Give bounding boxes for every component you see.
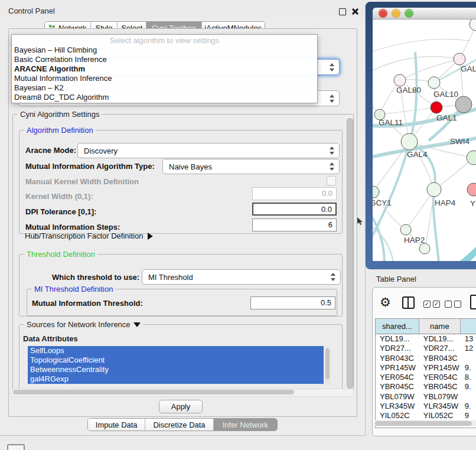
- algorithm-popup-list: Bayesian – Hill ClimbingBasic Correlatio…: [12, 45, 317, 102]
- select-all-checkboxes-icon[interactable]: ✓✓: [423, 301, 440, 308]
- node-label-swi4: SWI4: [450, 137, 470, 146]
- settings-vertical-scrollbar[interactable]: [345, 116, 353, 392]
- network-window: GALGAL80GAL10GAL1GAL11GAL4SWI4GCY1HAP4YH…: [373, 8, 476, 261]
- attribute-list-item[interactable]: SelfLoops: [28, 346, 324, 356]
- network-edge[interactable]: [373, 39, 470, 54]
- table-header-row: shared...name: [376, 319, 476, 334]
- table-row[interactable]: YER054CYER054C8.: [376, 373, 476, 382]
- table-horizontal-scrollbar[interactable]: [374, 420, 476, 426]
- attributes-list-scrollbar[interactable]: [325, 347, 330, 385]
- tab-infer-network[interactable]: Infer Network: [213, 419, 277, 431]
- control-panel-title: Control Panel: [8, 6, 55, 15]
- close-panel-icon[interactable]: [351, 7, 359, 15]
- zoom-window-button[interactable]: [405, 9, 413, 18]
- algorithm-popup-prompt: Select algorithm to view settings: [12, 36, 317, 45]
- sources-group-title: Sources for Network Inference: [24, 320, 143, 329]
- table-row[interactable]: YLR345WYLR345W9.: [376, 402, 476, 411]
- collapse-arrow-icon[interactable]: [133, 322, 141, 327]
- sources-group: Sources for Network Inference Data Attri…: [19, 324, 343, 392]
- control-panel-titlebar: Control Panel: [0, 5, 365, 18]
- network-canvas[interactable]: GALGAL80GAL10GAL1GAL11GAL4SWI4GCY1HAP4YH…: [373, 19, 476, 261]
- document-icon[interactable]: [470, 295, 476, 309]
- node-gray[interactable]: [455, 96, 472, 113]
- column-header[interactable]: name: [419, 319, 461, 334]
- combo-stepper-icon: [328, 94, 335, 103]
- table-panel: ⚙ ✓✓ shared...name YDL19...YDL19...13YDR…: [372, 287, 476, 436]
- close-window-button[interactable]: [379, 9, 387, 18]
- network-edge[interactable]: [434, 158, 474, 190]
- apply-button[interactable]: Apply: [159, 400, 203, 413]
- node-salmon[interactable]: [467, 183, 476, 196]
- combo-stepper-icon: [328, 162, 335, 171]
- table-row[interactable]: YBL079WYBL079W: [376, 392, 476, 402]
- attribute-list-item[interactable]: BetweennessCentrality: [28, 365, 324, 374]
- tab-impute-data[interactable]: Impute Data: [88, 419, 145, 431]
- cyni-algorithm-settings-group: Cyni Algorithm Settings Algorithm Defini…: [12, 114, 354, 395]
- table-body: YDL19...YDL19...13YDR27...YDR27...12YBR0…: [376, 334, 476, 420]
- algorithm-option[interactable]: Dream8 DC_TDC Algorithm: [12, 93, 317, 102]
- algorithm-option[interactable]: ARACNE Algorithm: [12, 64, 317, 74]
- table-row[interactable]: YBR045CYBR045C9.: [376, 382, 476, 392]
- hub-tf-definition-toggle[interactable]: Hub/Transcription Factor Definition: [25, 231, 153, 240]
- node-gal10[interactable]: [428, 77, 440, 89]
- float-panel-icon[interactable]: [339, 8, 346, 15]
- node-gal4[interactable]: [401, 133, 418, 150]
- manual-kernel-width-label: Manual Kernel Width Definition: [25, 177, 139, 186]
- node-bottom[interactable]: [419, 243, 430, 254]
- algorithm-definition-group: Algorithm Definition Aracne Mode: Discov…: [19, 130, 343, 234]
- node-label-gal1: GAL1: [436, 113, 457, 122]
- table-row[interactable]: YIL052CYIL052C9: [376, 411, 476, 420]
- algorithm-option[interactable]: Bayesian – K2: [12, 83, 317, 93]
- settings-group-title: Cyni Algorithm Settings: [18, 110, 102, 119]
- tab-discretize-data[interactable]: Discretize Data: [145, 419, 213, 431]
- attribute-list-item[interactable]: TopologicalCoefficient: [28, 356, 324, 365]
- node-label-gal: GAL: [461, 64, 476, 73]
- bottom-tabstrip: Impute DataDiscretize DataInfer Network: [87, 418, 278, 431]
- node-gcy1[interactable]: [373, 186, 379, 198]
- kernel-width-field[interactable]: 0.0: [252, 187, 337, 200]
- dpi-tolerance-field[interactable]: 0.0: [252, 203, 337, 216]
- attribute-list-item[interactable]: gal4RGexp: [28, 374, 324, 384]
- node-label-hap2: HAP2: [404, 236, 425, 244]
- network-edge[interactable]: [373, 142, 409, 192]
- algorithm-option[interactable]: Bayesian – Hill Climbing: [12, 45, 317, 55]
- node-gal1[interactable]: [431, 102, 442, 113]
- aracne-mode-combobox[interactable]: Discovery: [77, 143, 340, 158]
- network-window-titlebar: [373, 8, 476, 19]
- minimized-panel-chip[interactable]: [7, 444, 25, 450]
- algorithm-option[interactable]: Mutual Information Inference: [12, 74, 317, 83]
- column-header[interactable]: [461, 319, 476, 334]
- mi-steps-field[interactable]: 6: [252, 219, 337, 231]
- mi-algorithm-type-combobox[interactable]: Naive Bayes: [162, 159, 340, 174]
- node-hap2[interactable]: [400, 224, 411, 235]
- cyni-toolbox-content: Inference Algorithm gal-filtered sif def…: [8, 28, 357, 417]
- network-edge[interactable]: [380, 107, 436, 115]
- table-row[interactable]: YDR27...YDR27...12: [376, 344, 476, 353]
- node-top-right[interactable]: [470, 19, 476, 31]
- mi-threshold-definition-title: MI Threshold Definition: [32, 285, 115, 294]
- settings-horizontal-scrollbar[interactable]: [11, 389, 354, 397]
- mi-threshold-field[interactable]: 0.5: [250, 296, 335, 309]
- algorithm-option[interactable]: Basic Correlation Inference: [12, 55, 317, 64]
- minimize-window-button[interactable]: [392, 9, 400, 18]
- gear-icon[interactable]: ⚙: [380, 296, 391, 308]
- node-hap4[interactable]: [427, 182, 441, 197]
- node-label-gal4: GAL4: [407, 150, 428, 159]
- manual-kernel-width-checkbox[interactable]: [327, 176, 336, 185]
- node-gal80[interactable]: [394, 74, 406, 86]
- table-row[interactable]: YDL19...YDL19...13: [376, 334, 476, 344]
- screenshot-root: Control Panel NetworkStyleSelectCyni Too…: [0, 0, 476, 450]
- control-panel-window: Control Panel NetworkStyleSelectCyni Too…: [0, 5, 366, 436]
- which-threshold-combobox[interactable]: MI Threshold: [142, 269, 341, 285]
- mouse-cursor: [357, 217, 363, 226]
- network-edge[interactable]: [400, 59, 459, 80]
- table-row[interactable]: YBR043CYBR043C: [376, 354, 476, 363]
- table-row[interactable]: YPR145WYPR145W9.: [376, 363, 476, 373]
- deselect-all-checkboxes-icon[interactable]: [445, 301, 461, 308]
- dpi-tolerance-label: DPI Tolerance [0,1]:: [25, 207, 96, 216]
- node-pink-top[interactable]: [454, 53, 465, 65]
- data-attributes-list: SelfLoopsTopologicalCoefficientBetweenne…: [28, 346, 330, 387]
- network-edge[interactable]: [442, 243, 476, 261]
- column-header[interactable]: shared...: [376, 319, 419, 334]
- columns-icon[interactable]: [402, 296, 415, 309]
